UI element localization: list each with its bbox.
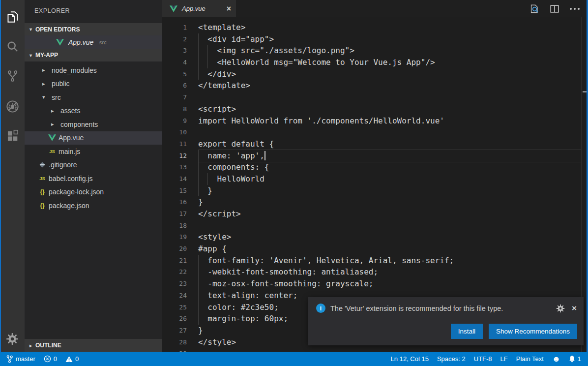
error-icon bbox=[44, 355, 51, 363]
code-text: HelloWorld bbox=[198, 173, 581, 185]
tree-item-public[interactable]: ▸public bbox=[25, 77, 162, 91]
indentation-status[interactable]: Spaces: 2 bbox=[437, 355, 466, 363]
eol-status-label: LF bbox=[500, 355, 508, 363]
errors-status[interactable]: 0 bbox=[44, 355, 57, 363]
line-number: 28 bbox=[162, 336, 187, 348]
tree-item-babel-config-js[interactable]: JSbabel.config.js bbox=[25, 172, 162, 185]
line-number: 1 bbox=[162, 22, 187, 33]
tree-item-label: babel.config.js bbox=[49, 175, 93, 183]
window-border-left bbox=[0, 0, 1, 366]
activity-source-control-button[interactable] bbox=[0, 63, 25, 89]
code-line-17[interactable]: 17</script> bbox=[162, 208, 581, 220]
outline-section-header[interactable]: ▸ OUTLINE bbox=[25, 339, 162, 352]
code-line-6[interactable]: 6</template> bbox=[162, 80, 581, 92]
code-line-23[interactable]: 23 -moz-osx-font-smoothing: grayscale; bbox=[162, 278, 581, 290]
close-icon[interactable]: × bbox=[227, 5, 231, 13]
vue-file-icon bbox=[55, 39, 65, 46]
extensions-icon bbox=[6, 129, 19, 143]
tree-item-label: .gitignore bbox=[49, 161, 77, 169]
code-line-16[interactable]: 16} bbox=[162, 196, 581, 208]
more-actions-button[interactable] bbox=[569, 7, 580, 10]
code-line-19[interactable]: 19<style> bbox=[162, 231, 581, 243]
code-line-18[interactable]: 18 bbox=[162, 220, 581, 232]
line-number: 26 bbox=[162, 313, 187, 325]
install-button[interactable]: Install bbox=[451, 324, 483, 339]
tree-item-label: package-lock.json bbox=[49, 188, 104, 196]
warnings-status[interactable]: 0 bbox=[65, 355, 79, 363]
indent-guide bbox=[198, 290, 199, 302]
code-line-22[interactable]: 22 -webkit-font-smoothing: antialiased; bbox=[162, 266, 581, 278]
show-recommendations-button[interactable]: Show Recommendations bbox=[489, 324, 577, 339]
outline-section-label: OUTLINE bbox=[35, 342, 61, 349]
split-editor-button[interactable] bbox=[549, 3, 560, 14]
open-editor-description: src bbox=[99, 39, 106, 45]
code-line-29[interactable]: 29 bbox=[162, 348, 581, 352]
tree-item-components[interactable]: ▸components bbox=[25, 118, 162, 131]
activity-explorer-button[interactable] bbox=[0, 4, 25, 30]
chevron-expanded-icon: ▾ bbox=[29, 53, 32, 58]
open-editors-label: OPEN EDITORS bbox=[35, 26, 80, 33]
indent-guide bbox=[198, 33, 199, 45]
vue-file-icon bbox=[47, 134, 57, 141]
open-editors-header[interactable]: ▾ OPEN EDITORS bbox=[25, 23, 162, 35]
encoding-status-label: UTF-8 bbox=[474, 355, 492, 363]
code-line-21[interactable]: 21 font-family: 'Avenir', Helvetica, Ari… bbox=[162, 255, 581, 267]
activity-debug-button[interactable] bbox=[0, 93, 25, 119]
code-line-2[interactable]: 2 <div id="app"> bbox=[162, 33, 581, 45]
code-text bbox=[198, 92, 581, 103]
tree-item-app-vue[interactable]: App.vue bbox=[25, 131, 162, 145]
line-number: 19 bbox=[162, 231, 187, 243]
activity-extensions-button[interactable] bbox=[0, 123, 25, 149]
code-line-11[interactable]: 11export default { bbox=[162, 138, 581, 150]
indent-guide bbox=[198, 68, 199, 80]
activity-search-button[interactable] bbox=[0, 33, 25, 59]
cursor-position-status[interactable]: Ln 12, Col 15 bbox=[391, 355, 429, 363]
code-line-15[interactable]: 15 } bbox=[162, 185, 581, 197]
tree-item-assets[interactable]: ▸assets bbox=[25, 104, 162, 118]
code-line-12[interactable]: 12 name: 'app', bbox=[162, 150, 581, 162]
tree-item-src[interactable]: ▾src bbox=[25, 91, 162, 104]
tree-item-node-modules[interactable]: ▸node_modules bbox=[25, 63, 162, 77]
language-mode-status-label: Plain Text bbox=[516, 355, 544, 363]
tree-item-main-js[interactable]: JSmain.js bbox=[25, 145, 162, 158]
line-number: 23 bbox=[162, 278, 187, 290]
indent-guide bbox=[198, 185, 199, 197]
code-line-20[interactable]: 20#app { bbox=[162, 243, 581, 255]
tree-item-package-json[interactable]: {}package.json bbox=[25, 199, 162, 213]
tab-app-vue[interactable]: App.vue × bbox=[162, 0, 236, 17]
tree-item--gitignore[interactable]: .gitignore bbox=[25, 158, 162, 172]
encoding-status[interactable]: UTF-8 bbox=[474, 355, 492, 363]
gear-icon[interactable] bbox=[556, 304, 565, 313]
code-line-10[interactable]: 10 bbox=[162, 126, 581, 138]
code-line-13[interactable]: 13 components: { bbox=[162, 161, 581, 173]
notifications-bell[interactable]: 1 bbox=[569, 355, 581, 363]
code-line-1[interactable]: 1<template> bbox=[162, 22, 581, 33]
code-line-3[interactable]: 3 <img src="./assets/logo.png"> bbox=[162, 45, 581, 57]
code-line-7[interactable]: 7 bbox=[162, 92, 581, 103]
line-number: 5 bbox=[162, 68, 187, 80]
line-number: 13 bbox=[162, 161, 187, 173]
code-line-8[interactable]: 8<script> bbox=[162, 103, 581, 115]
language-mode-status[interactable]: Plain Text bbox=[516, 355, 544, 363]
open-preview-button[interactable] bbox=[529, 3, 540, 14]
tree-item-label: main.js bbox=[59, 148, 80, 155]
code-line-14[interactable]: 14 HelloWorld bbox=[162, 173, 581, 185]
code-line-5[interactable]: 5 </div> bbox=[162, 68, 581, 80]
tree-item-package-lock-json[interactable]: {}package-lock.json bbox=[25, 185, 162, 199]
code-text bbox=[198, 220, 581, 232]
open-editor-label: App.vue bbox=[68, 38, 93, 46]
open-editor-item-app-vue[interactable]: App.vue src bbox=[25, 35, 162, 49]
git-branch-status[interactable]: master bbox=[6, 355, 35, 363]
activity-bar bbox=[0, 0, 25, 352]
eol-status[interactable]: LF bbox=[500, 355, 508, 363]
project-section-header[interactable]: ▾ MY-APP bbox=[25, 49, 162, 61]
settings-button[interactable] bbox=[0, 326, 25, 352]
code-text: <script> bbox=[198, 103, 581, 115]
code-line-9[interactable]: 9import HelloWorld from './components/He… bbox=[162, 115, 581, 127]
status-bar-right: Ln 12, Col 15Spaces: 2UTF-8LFPlain Text☻… bbox=[391, 355, 581, 363]
code-line-4[interactable]: 4 <HelloWorld msg="Welcome to Your Vue.j… bbox=[162, 57, 581, 68]
close-icon[interactable]: × bbox=[572, 304, 577, 312]
feedback-smiley[interactable]: ☻ bbox=[552, 355, 560, 363]
project-section-label: MY-APP bbox=[35, 52, 58, 59]
git-branch-status-label: master bbox=[16, 355, 35, 363]
